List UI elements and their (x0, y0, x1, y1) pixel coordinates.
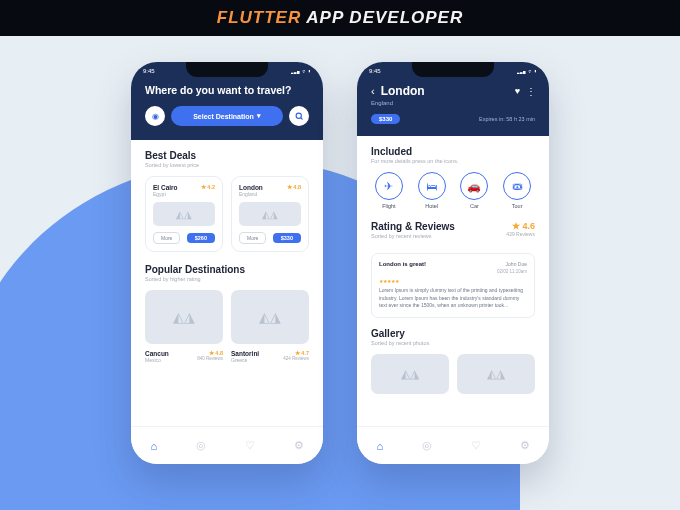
incl-label: Flight (371, 203, 407, 209)
popular-sub: Sorted by higher rating (145, 276, 309, 282)
gallery-sub: Sorted by recent photos (371, 340, 535, 346)
destination-image[interactable]: ◭◮ (231, 290, 309, 344)
svg-line-1 (300, 117, 302, 119)
more-button[interactable]: More (239, 232, 266, 244)
banner-flutter: FLUTTER (217, 8, 301, 27)
incl-label: Car (457, 203, 493, 209)
nav-home-icon[interactable]: ⌂ (376, 440, 383, 452)
price-badge: $330 (371, 114, 400, 124)
deal-image: ◭◮ (153, 202, 215, 226)
status-signal: ▂▃▅ ᯤ ▮ (291, 68, 311, 74)
rr-sub: Sorted by recent reviews (371, 233, 455, 239)
dest-name: Cancun (145, 350, 169, 357)
incl-label: Hotel (414, 203, 450, 209)
mountain-icon: ◭◮ (173, 309, 195, 325)
bottom-nav: ⌂ ◎ ♡ ⚙ (357, 426, 549, 464)
page-root: FLUTTER APP DEVELOPER 9:45 ▂▃▅ ᯤ ▮ Where… (0, 0, 680, 510)
nav-settings-icon[interactable]: ⚙ (520, 439, 530, 452)
dest-name: Santorini (231, 350, 259, 357)
chevron-down-icon: ▾ (257, 112, 261, 120)
bed-icon: 🛏 (418, 172, 446, 200)
mountain-icon: ◭◮ (487, 367, 505, 381)
price-button[interactable]: $330 (273, 233, 301, 243)
gallery-image[interactable]: ◭◮ (371, 354, 449, 394)
deal-image: ◭◮ (239, 202, 301, 226)
mountain-icon: ◭◮ (176, 209, 192, 220)
gallery-row: ◭◮ ◭◮ (371, 354, 535, 394)
search-icon (295, 112, 304, 121)
gallery-image[interactable]: ◭◮ (457, 354, 535, 394)
included-hotel[interactable]: 🛏 Hotel (414, 172, 450, 209)
nav-settings-icon[interactable]: ⚙ (294, 439, 304, 452)
back-chevron-icon[interactable]: ‹ (371, 85, 375, 97)
deal-card[interactable]: London England ★ 4.8 ◭◮ More $330 (231, 176, 309, 252)
hero-title: Where do you want to travel? (145, 84, 309, 96)
phone-body: Included For more details press on the i… (357, 136, 549, 426)
nav-heart-icon[interactable]: ♡ (471, 439, 481, 452)
popular-title: Popular Destinations (145, 264, 309, 275)
heart-icon[interactable]: ♥ (515, 86, 520, 96)
banner-rest: APP DEVELOPER (301, 8, 463, 27)
rr-count: 429 Reviews (506, 231, 535, 237)
dest-reviews: 840 Reviews (197, 356, 223, 361)
deal-location: Egypt (153, 191, 178, 197)
included-flight[interactable]: ✈ Flight (371, 172, 407, 209)
expiry-text: Expires in: 58 h 23 min (406, 116, 535, 122)
more-dots-icon[interactable]: ⋮ (526, 86, 535, 97)
rating-reviews-header: Rating & Reviews Sorted by recent review… (371, 221, 535, 247)
review-card[interactable]: London is great! John Doe ★★★★★ 02/02 11… (371, 253, 535, 318)
destinations-grid: ◭◮ ◭◮ (145, 290, 309, 344)
dest-location: Greece (231, 357, 259, 363)
nav-compass-icon[interactable]: ◎ (196, 439, 206, 452)
banner: FLUTTER APP DEVELOPER (0, 0, 680, 36)
deal-rating: ★ 4.2 (201, 184, 215, 190)
included-row: ✈ Flight 🛏 Hotel 🚗 Car 🎟 Tour (371, 172, 535, 209)
best-deals-title: Best Deals (145, 150, 309, 161)
more-button[interactable]: More (153, 232, 180, 244)
mountain-icon: ◭◮ (259, 309, 281, 325)
included-tour[interactable]: 🎟 Tour (499, 172, 535, 209)
select-destination-label: Select Destination (193, 113, 254, 120)
included-car[interactable]: 🚗 Car (457, 172, 493, 209)
price-button[interactable]: $260 (187, 233, 215, 243)
deal-card[interactable]: El Cairo Egypt ★ 4.2 ◭◮ More $260 (145, 176, 223, 252)
nav-compass-icon[interactable]: ◎ (422, 439, 432, 452)
status-signal: ▂▃▅ ᯤ ▮ (517, 68, 537, 74)
review-title: London is great! (379, 261, 426, 267)
phone-detail: 9:45 ▂▃▅ ᯤ ▮ ‹ London ♥ ⋮ England $330 E… (357, 62, 549, 464)
nav-heart-icon[interactable]: ♡ (245, 439, 255, 452)
best-deals-sub: Sorted by lowest price (145, 162, 309, 168)
included-sub: For more details press on the icons. (371, 158, 535, 164)
bottom-nav: ⌂ ◎ ♡ ⚙ (131, 426, 323, 464)
review-date: 02/02 11:10am (497, 269, 527, 274)
notch (186, 62, 268, 77)
notch (412, 62, 494, 77)
nav-home-icon[interactable]: ⌂ (150, 440, 157, 452)
location-button[interactable]: ◉ (145, 106, 165, 126)
deal-name: El Cairo (153, 184, 178, 191)
hero-controls: ◉ Select Destination ▾ (145, 106, 309, 126)
dest-location: Mexico (145, 357, 169, 363)
review-stars: ★★★★★ (379, 278, 399, 284)
ticket-icon: 🎟 (503, 172, 531, 200)
phone-body: Best Deals Sorted by lowest price El Cai… (131, 140, 323, 430)
mountain-icon: ◭◮ (401, 367, 419, 381)
rr-rating: ★ 4.6 (506, 221, 535, 231)
phones-row: 9:45 ▂▃▅ ᯤ ▮ Where do you want to travel… (0, 62, 680, 464)
country-sub: England (371, 100, 535, 106)
deal-location: England (239, 191, 263, 197)
car-icon: 🚗 (460, 172, 488, 200)
plane-icon: ✈ (375, 172, 403, 200)
select-destination-button[interactable]: Select Destination ▾ (171, 106, 283, 126)
destinations-info: Cancun Mexico ★ 4.8 840 Reviews Santorin… (145, 350, 309, 363)
deals-row: El Cairo Egypt ★ 4.2 ◭◮ More $260 (145, 176, 309, 252)
included-title: Included (371, 146, 535, 157)
back-row: ‹ London ♥ ⋮ (371, 84, 535, 98)
svg-point-0 (296, 113, 301, 118)
destination-image[interactable]: ◭◮ (145, 290, 223, 344)
incl-label: Tour (499, 203, 535, 209)
rr-title: Rating & Reviews (371, 221, 455, 232)
search-button[interactable] (289, 106, 309, 126)
gallery-title: Gallery (371, 328, 535, 339)
mountain-icon: ◭◮ (262, 209, 278, 220)
